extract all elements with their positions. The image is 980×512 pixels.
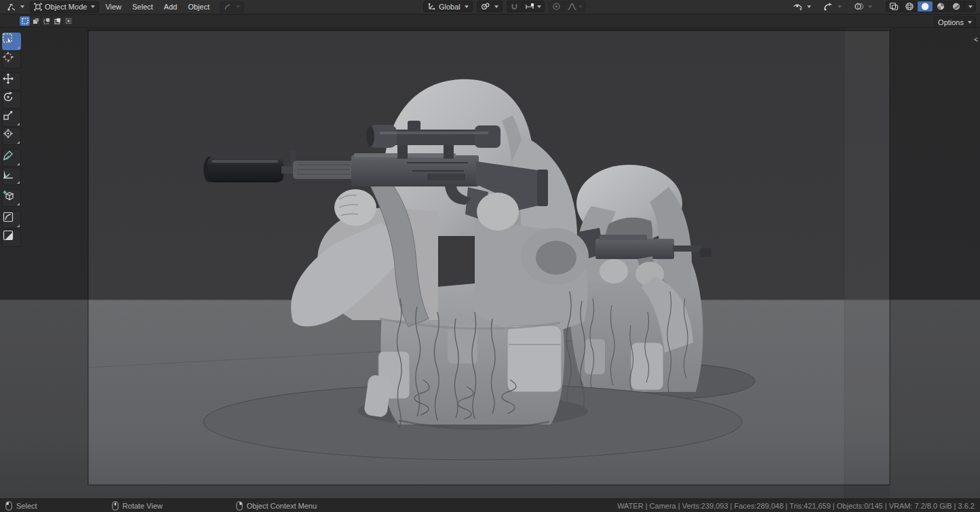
tool-transform-button[interactable] (2, 127, 21, 145)
shading-material-icon (936, 2, 945, 11)
snap-magnet-icon (510, 2, 519, 11)
visibility-eye-icon (793, 2, 803, 11)
viewport-3d[interactable]: < (0, 28, 980, 498)
shading-material-button[interactable] (933, 1, 948, 12)
subtool-indicator (17, 178, 20, 184)
proportional-falloff-button[interactable] (564, 1, 585, 12)
cursor-3d-icon (2, 51, 14, 63)
subtool-indicator (17, 200, 20, 205)
options-button[interactable]: Options (934, 16, 976, 28)
xray-icon (889, 2, 899, 11)
subtool-indicator (17, 222, 20, 227)
tool-settings-bar: Options (0, 15, 980, 28)
rotate-icon (2, 91, 14, 103)
shading-group (886, 1, 976, 12)
select-mode-group (19, 16, 74, 26)
status-bar: Select Rotate View Object Context Menu W… (0, 498, 980, 512)
select-subtract-icon (43, 18, 50, 24)
left-mouse-icon (5, 501, 12, 511)
shading-solid-button[interactable] (917, 1, 933, 12)
object-type-visibility-button[interactable] (789, 1, 815, 12)
menu-view[interactable]: View (100, 1, 126, 13)
shading-dropdown-button[interactable] (964, 1, 975, 12)
subtool-indicator (17, 160, 20, 165)
chevron-down-icon (91, 5, 95, 8)
show-gizmo-button[interactable] (819, 1, 846, 12)
middle-mouse-icon (112, 501, 119, 511)
transform-orientation-button[interactable]: Global (423, 1, 473, 12)
select-intersect-icon (65, 18, 72, 24)
options-label: Options (938, 18, 964, 26)
select-mode-extend-button[interactable] (31, 16, 41, 26)
chevron-down-icon (494, 5, 498, 8)
overlays-icon (854, 2, 864, 11)
status-hint-context-menu: Object Context Menu (236, 501, 317, 511)
chevron-down-icon (20, 5, 24, 8)
editor-3d-viewport-icon (7, 2, 16, 12)
editor-type-button[interactable] (3, 1, 28, 13)
chevron-down-icon (807, 5, 811, 8)
select-set-icon (22, 18, 28, 24)
tool-measure-button[interactable] (2, 168, 21, 185)
snap-toggle-button[interactable] (507, 1, 522, 12)
mode-label: Object Mode (45, 3, 87, 11)
pivot-point-button[interactable] (477, 1, 503, 12)
orientation-axes-icon (427, 2, 436, 11)
blender-window: Object Mode View Select Add Object Gl (0, 0, 980, 512)
viewport-header: Object Mode View Select Add Object Gl (0, 0, 980, 14)
move-icon (2, 73, 14, 85)
subtool-indicator (17, 120, 20, 125)
subtool-indicator (17, 43, 20, 49)
sidebar-toggle-arrow[interactable]: < (974, 37, 978, 43)
proportional-editing-group (549, 1, 586, 12)
viewport-canvas[interactable] (0, 28, 980, 498)
chevron-down-icon (968, 5, 973, 8)
select-mode-set-button[interactable] (20, 16, 30, 26)
tool-move-button[interactable] (2, 73, 21, 90)
chevron-down-icon (579, 5, 583, 8)
tool-rotate-button[interactable] (2, 91, 21, 109)
tool-select-box-button[interactable] (2, 33, 21, 50)
select-box-icon (2, 33, 14, 45)
gizmo-icon (823, 2, 834, 11)
menu-object[interactable]: Object (183, 1, 214, 13)
snapping-group (507, 1, 545, 12)
shading-rendered-button[interactable] (948, 1, 964, 12)
object-mode-icon (34, 3, 42, 11)
menu-add[interactable]: Add (159, 1, 182, 13)
show-overlays-button[interactable] (850, 1, 876, 12)
status-hint-rotate-view: Rotate View (112, 501, 163, 511)
chevron-down-icon (537, 5, 541, 8)
select-mode-intersect-button[interactable] (63, 16, 73, 26)
tool-add-cube-button[interactable] (2, 189, 21, 207)
status-hint-select: Select (5, 501, 37, 511)
shading-rendered-icon (952, 2, 961, 11)
shading-wireframe-button[interactable] (901, 1, 917, 12)
toolbar (2, 33, 21, 247)
chevron-down-icon (838, 5, 842, 8)
snap-target-button[interactable] (522, 1, 544, 12)
tool-scale-button[interactable] (2, 109, 21, 127)
add-cube-icon (2, 189, 14, 201)
tool-extra-shading-button[interactable] (2, 229, 21, 247)
select-mode-subtract-button[interactable] (41, 16, 52, 26)
hint-label: Object Context Menu (247, 502, 317, 510)
right-mouse-icon (236, 501, 243, 511)
annotate-pen-icon (2, 149, 14, 161)
mode-selector[interactable]: Object Mode (30, 1, 99, 13)
scale-icon (2, 109, 14, 121)
falloff-smooth-icon (567, 2, 577, 11)
transform-icon (2, 127, 14, 140)
chevron-down-icon (868, 5, 872, 8)
select-difference-icon (54, 18, 61, 24)
hint-label: Rotate View (123, 502, 163, 510)
proportional-toggle-button[interactable] (549, 1, 564, 12)
menu-select[interactable]: Select (128, 1, 158, 13)
tool-cursor-button[interactable] (2, 51, 21, 68)
select-mode-difference-button[interactable] (52, 16, 62, 26)
tool-extra-arc-button[interactable] (2, 211, 21, 229)
select-extend-icon (33, 18, 39, 24)
fallback-tool-button[interactable] (220, 1, 244, 13)
toggle-xray-button[interactable] (886, 1, 901, 12)
tool-annotate-button[interactable] (2, 149, 21, 167)
